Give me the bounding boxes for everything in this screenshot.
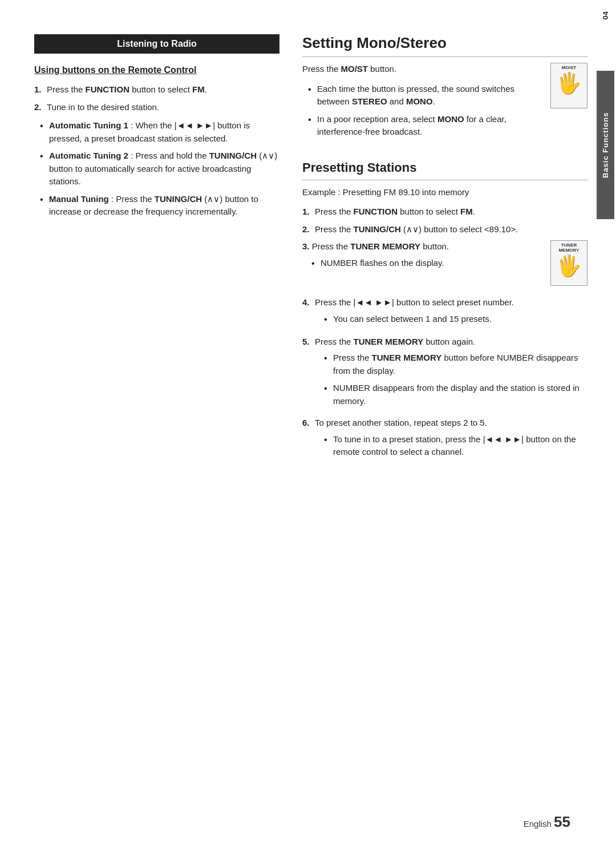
step-4-sub-1-text: You can select between 1 and 15 presets. (333, 313, 492, 326)
left-step-2: 2. Tune in to the desired station. (34, 101, 279, 114)
right-step-1-num: 1. (302, 205, 315, 219)
step-3-sub-1-text: NUMBER flashes on the display. (321, 257, 444, 270)
sidebar-chapter-label: Basic Functions (597, 71, 614, 219)
presetting-intro: Example : Presetting FM 89.10 into memor… (302, 186, 587, 199)
bullet-auto-tuning-1: Automatic Tuning 1 : When the |◄◄ ►►| bu… (40, 119, 279, 145)
footer-lang: English (524, 819, 552, 829)
right-step-5-text: Press the TUNER MEMORY button again. (315, 337, 475, 346)
right-step-4-content: Press the |◄◄ ►►| button to select prese… (315, 296, 514, 331)
bullet-auto-tuning-1-text: Automatic Tuning 1 : When the |◄◄ ►►| bu… (49, 119, 279, 145)
step-3-sub-bullets: NUMBER flashes on the display. (302, 257, 587, 270)
right-step-1: 1. Press the FUNCTION button to select F… (302, 205, 587, 219)
mono-stereo-bullet-1-text: Each time the button is pressed, the sou… (317, 83, 545, 108)
page-footer: English 55 (524, 813, 570, 831)
step-5-sub-bullets: Press the TUNER MEMORY button before NUM… (315, 352, 587, 407)
sidebar-tab: 04 Basic Functions (594, 0, 616, 848)
setting-mono-stereo-title: Setting Mono/Stereo (302, 34, 587, 57)
right-step-5: 5. Press the TUNER MEMORY button again. … (302, 336, 587, 413)
step-2-text: Tune in to the desired station. (47, 101, 159, 114)
right-step-4: 4. Press the |◄◄ ►►| button to select pr… (302, 296, 587, 331)
step-1-text: Press the FUNCTION button to select FM. (47, 83, 207, 96)
mono-stereo-bullet-2-text: In a poor reception area, select MONO fo… (317, 113, 545, 139)
left-bullet-list: Automatic Tuning 1 : When the |◄◄ ►►| bu… (34, 119, 279, 219)
step-5-sub-2: NUMBER disappears from the display and t… (324, 382, 587, 407)
right-step-4-num: 4. (302, 296, 315, 331)
right-column: Setting Mono/Stereo MO/ST 🖐 Press the MO… (302, 34, 587, 814)
step-1-num: 1. (34, 83, 47, 96)
tuner-memory-button-label: TUNERMEMORY (559, 243, 579, 253)
right-step-6-text: To preset another station, repeat steps … (315, 418, 487, 427)
using-buttons-title: Using buttons on the Remote Control (34, 65, 279, 75)
sidebar-chapter-number: 04 (597, 6, 614, 25)
main-content: Listening to Radio Using buttons on the … (0, 0, 616, 848)
right-step-4-text: Press the |◄◄ ►►| button to select prese… (315, 297, 514, 307)
bullet-manual-tuning: Manual Tuning : Press the TUNING/CH (∧∨)… (40, 193, 279, 219)
right-step-3-row: TUNERMEMORY 🖐 3. Press the TUNER MEMORY … (302, 240, 587, 292)
listening-to-radio-header: Listening to Radio (34, 34, 279, 54)
most-button-image: MO/ST 🖐 (550, 63, 587, 108)
right-step-2-num: 2. (302, 223, 315, 236)
bullet-auto-tuning-2-text: Automatic Tuning 2 : Press and hold the … (49, 150, 279, 188)
step-6-sub-1: To tune in to a preset station, press th… (324, 433, 587, 459)
right-step-6: 6. To preset another station, repeat ste… (302, 417, 587, 463)
most-button-label: MO/ST (562, 66, 576, 71)
tuner-memory-button-image: TUNERMEMORY 🖐 (550, 240, 587, 286)
right-step-2-text: Press the TUNING/CH (∧∨) button to selec… (315, 223, 518, 236)
step-2-num: 2. (34, 101, 47, 114)
right-step-2: 2. Press the TUNING/CH (∧∨) button to se… (302, 223, 587, 236)
left-steps-list: 1. Press the FUNCTION button to select F… (34, 83, 279, 114)
right-step-5-content: Press the TUNER MEMORY button again. Pre… (315, 336, 587, 413)
right-step-6-num: 6. (302, 417, 315, 463)
tuner-memory-hand-icon: 🖐 (556, 256, 582, 276)
right-step-3-text: Press the TUNER MEMORY button. (312, 241, 449, 251)
right-step-1-text: Press the FUNCTION button to select FM. (315, 205, 475, 219)
bullet-auto-tuning-2: Automatic Tuning 2 : Press and hold the … (40, 150, 279, 188)
bullet-manual-tuning-text: Manual Tuning : Press the TUNING/CH (∧∨)… (49, 193, 279, 219)
step-3-sub-1: NUMBER flashes on the display. (311, 257, 545, 270)
step-5-sub-1-text: Press the TUNER MEMORY button before NUM… (333, 352, 587, 377)
right-step-3-num: 3. (302, 241, 310, 251)
most-button-hand-icon: 🖐 (556, 73, 582, 94)
mono-stereo-intro: Press the MO/ST button. (302, 63, 587, 76)
right-step-5-num: 5. (302, 336, 315, 413)
right-steps-list: 1. Press the FUNCTION button to select F… (302, 205, 587, 463)
step-5-sub-1: Press the TUNER MEMORY button before NUM… (324, 352, 587, 377)
footer-page-number: 55 (554, 813, 570, 830)
left-column: Listening to Radio Using buttons on the … (34, 34, 279, 814)
page-container: Listening to Radio Using buttons on the … (0, 0, 616, 848)
right-step-3: TUNERMEMORY 🖐 3. Press the TUNER MEMORY … (302, 240, 587, 292)
right-step-6-content: To preset another station, repeat steps … (315, 417, 587, 463)
right-step-3-content: TUNERMEMORY 🖐 3. Press the TUNER MEMORY … (302, 240, 587, 292)
step-4-sub-1: You can select between 1 and 15 presets. (324, 313, 514, 326)
left-step-1: 1. Press the FUNCTION button to select F… (34, 83, 279, 96)
presetting-stations-title: Presetting Stations (302, 160, 587, 180)
mono-stereo-section: MO/ST 🖐 Press the MO/ST button. Each tim… (302, 63, 587, 143)
step-6-sub-1-text: To tune in to a preset station, press th… (333, 433, 587, 459)
step-5-sub-2-text: NUMBER disappears from the display and t… (333, 382, 587, 407)
mono-stereo-bullet-1: Each time the button is pressed, the sou… (308, 83, 545, 108)
step-4-sub-bullets: You can select between 1 and 15 presets. (315, 313, 514, 326)
step-6-sub-bullets: To tune in to a preset station, press th… (315, 433, 587, 459)
mono-stereo-bullets: Each time the button is pressed, the sou… (302, 83, 587, 139)
mono-stereo-bullet-2: In a poor reception area, select MONO fo… (308, 113, 545, 139)
